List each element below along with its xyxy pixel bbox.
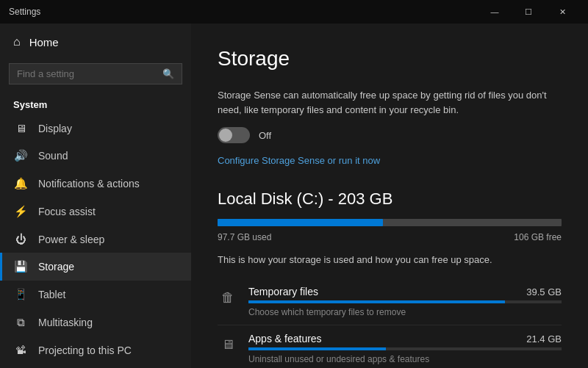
sidebar-item-display[interactable]: 🖥 Display	[0, 115, 191, 142]
storage-sense-description: Storage Sense can automatically free up …	[218, 88, 562, 117]
storage-item-size-1: 21.4 GB	[526, 333, 562, 344]
storage-item-bar-fill-0	[248, 300, 505, 303]
disk-used-label: 97.7 GB used	[218, 232, 271, 242]
main-layout: ⌂ Home 🔍 System 🖥 Display 🔊 Sound 🔔 Noti…	[0, 24, 588, 368]
search-box[interactable]: 🔍	[9, 63, 182, 84]
sidebar-item-sound[interactable]: 🔊 Sound	[0, 142, 191, 170]
storage-item-bar-1	[248, 347, 562, 350]
focus-icon: ⚡	[13, 205, 28, 218]
storage-item-desc-0: Choose which temporary files to remove	[248, 307, 562, 317]
storage-items-list: 🗑 Temporary files 39.5 GB Choose which t…	[218, 278, 562, 368]
storage-item-icon-0: 🗑	[218, 287, 238, 308]
storage-item-desc-1: Uninstall unused or undesired apps & fea…	[248, 354, 562, 364]
sidebar-item-label-storage: Storage	[38, 261, 74, 273]
home-icon: ⌂	[13, 35, 21, 48]
projecting-icon: 📽	[13, 344, 28, 356]
storage-icon: 💾	[13, 260, 28, 273]
sidebar-item-label-display: Display	[38, 123, 72, 134]
disk-bar-container	[218, 219, 562, 226]
sidebar-item-home[interactable]: ⌂ Home	[0, 24, 191, 60]
sidebar-item-label-notifications: Notifications & actions	[38, 178, 140, 190]
home-label: Home	[29, 36, 59, 48]
sidebar-item-multitasking[interactable]: ⧉ Multitasking	[0, 309, 191, 336]
storage-item-1[interactable]: 🖥 Apps & features 21.4 GB Uninstall unus…	[218, 325, 562, 368]
sidebar: ⌂ Home 🔍 System 🖥 Display 🔊 Sound 🔔 Noti…	[0, 24, 191, 368]
search-icon: 🔍	[162, 68, 174, 79]
titlebar: Settings — ☐ ✕	[0, 0, 588, 24]
tablet-icon: 📱	[13, 288, 28, 301]
sidebar-item-projecting[interactable]: 📽 Projecting to this PC	[0, 336, 191, 364]
disk-stats: 97.7 GB used 106 GB free	[218, 232, 562, 242]
power-icon: ⏻	[13, 233, 28, 245]
storage-sense-toggle-row: Off	[218, 127, 562, 143]
storage-item-icon-1: 🖥	[218, 334, 238, 355]
disk-bar-used	[218, 219, 383, 226]
sidebar-item-label-power: Power & sleep	[38, 234, 104, 245]
sidebar-item-label-focus: Focus assist	[38, 206, 96, 217]
sidebar-item-power[interactable]: ⏻ Power & sleep	[0, 226, 191, 253]
system-label: System	[0, 93, 191, 115]
storage-item-size-0: 39.5 GB	[526, 286, 562, 297]
storage-item-name-0: Temporary files	[248, 286, 318, 297]
page-title: Storage	[218, 47, 562, 71]
sidebar-item-focus[interactable]: ⚡ Focus assist	[0, 198, 191, 226]
multitasking-icon: ⧉	[13, 316, 28, 329]
sidebar-item-label-sound: Sound	[38, 150, 68, 162]
storage-item-bar-fill-1	[248, 347, 386, 350]
sound-icon: 🔊	[13, 149, 28, 162]
search-input[interactable]	[17, 68, 157, 79]
minimize-button[interactable]: —	[478, 0, 512, 24]
close-button[interactable]: ✕	[545, 0, 579, 24]
configure-link[interactable]: Configure Storage Sense or run it now	[218, 155, 380, 166]
disk-free-label: 106 GB free	[514, 232, 562, 242]
storage-item-body-0: Temporary files 39.5 GB Choose which tem…	[248, 286, 562, 317]
disk-title: Local Disk (C:) - 203 GB	[218, 190, 562, 209]
storage-description: This is how your storage is used and how…	[218, 254, 562, 265]
storage-item-bar-0	[248, 300, 562, 303]
sidebar-item-tablet[interactable]: 📱 Tablet	[0, 281, 191, 309]
storage-item-name-1: Apps & features	[248, 333, 322, 344]
maximize-button[interactable]: ☐	[512, 0, 545, 24]
storage-item-body-1: Apps & features 21.4 GB Uninstall unused…	[248, 333, 562, 364]
nav-items: 🖥 Display 🔊 Sound 🔔 Notifications & acti…	[0, 115, 191, 364]
toggle-label: Off	[259, 130, 271, 141]
app-title: Settings	[9, 7, 478, 17]
sidebar-item-storage[interactable]: 💾 Storage	[0, 253, 191, 281]
storage-sense-toggle[interactable]	[218, 127, 250, 143]
window-controls: — ☐ ✕	[478, 0, 579, 24]
sidebar-item-label-multitasking: Multitasking	[38, 317, 93, 328]
storage-item-0[interactable]: 🗑 Temporary files 39.5 GB Choose which t…	[218, 278, 562, 325]
display-icon: 🖥	[13, 122, 28, 134]
content-area: Storage Storage Sense can automatically …	[191, 24, 588, 368]
sidebar-item-label-tablet: Tablet	[38, 289, 65, 300]
notifications-icon: 🔔	[13, 177, 28, 190]
sidebar-item-label-projecting: Projecting to this PC	[38, 344, 132, 356]
sidebar-item-notifications[interactable]: 🔔 Notifications & actions	[0, 170, 191, 198]
